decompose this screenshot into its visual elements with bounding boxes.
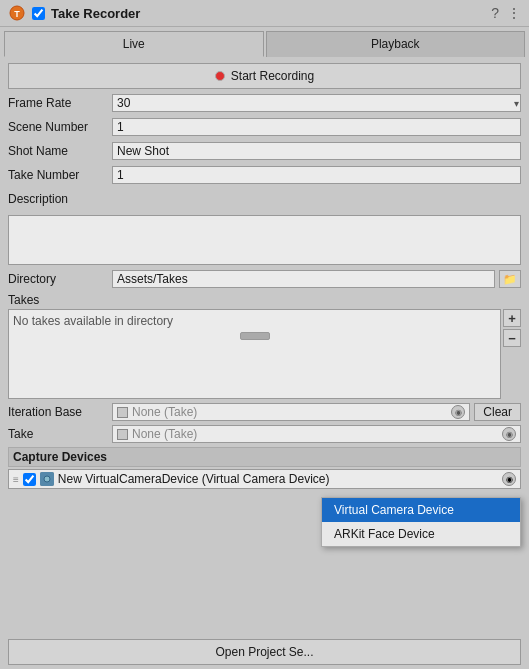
- folder-icon: 📁: [503, 273, 517, 286]
- scene-number-row: Scene Number: [8, 117, 521, 137]
- take-number-input[interactable]: [112, 166, 521, 184]
- takes-box-row: No takes available in directory + −: [8, 309, 521, 399]
- scene-number-label: Scene Number: [8, 120, 108, 134]
- take-number-row: Take Number: [8, 165, 521, 185]
- iteration-base-field: None (Take) ◉: [112, 403, 470, 421]
- help-icon[interactable]: ?: [491, 5, 499, 21]
- browse-folder-button[interactable]: 📁: [499, 270, 521, 288]
- more-icon[interactable]: ⋮: [507, 5, 521, 21]
- take-field-value: None (Take) ◉: [112, 425, 521, 443]
- iteration-base-row: Iteration Base None (Take) ◉ Clear: [8, 403, 521, 421]
- description-label: Description: [8, 192, 108, 206]
- svg-text:T: T: [14, 9, 20, 19]
- take-field-checkbox[interactable]: [117, 429, 128, 440]
- frame-rate-select[interactable]: 30 24 60: [112, 94, 521, 112]
- description-textarea[interactable]: [8, 215, 521, 265]
- tab-live[interactable]: Live: [4, 31, 264, 57]
- take-recorder-window: T Take Recorder ? ⋮ Live Playback Start …: [0, 0, 529, 669]
- record-button-label: Start Recording: [231, 69, 314, 83]
- shot-name-input[interactable]: [112, 142, 521, 160]
- iteration-base-checkbox[interactable]: [117, 407, 128, 418]
- title-bar: T Take Recorder ? ⋮: [0, 0, 529, 27]
- tab-playback[interactable]: Playback: [266, 31, 526, 57]
- device-icon: [40, 472, 54, 486]
- takes-side-buttons: + −: [503, 309, 521, 347]
- frame-rate-label: Frame Rate: [8, 96, 108, 110]
- iteration-base-label: Iteration Base: [8, 405, 108, 419]
- device-checkbox[interactable]: [23, 473, 36, 486]
- frame-rate-row: Frame Rate 30 24 60 ▾: [8, 93, 521, 113]
- shot-name-label: Shot Name: [8, 144, 108, 158]
- dropdown-item-arkit[interactable]: ARKit Face Device: [322, 522, 520, 546]
- description-label-row: Description: [8, 189, 521, 209]
- device-row: ≡ New VirtualCameraDevice (Virtual Camer…: [8, 469, 521, 489]
- title-bar-actions: ? ⋮: [491, 5, 521, 21]
- capture-devices-header: Capture Devices: [8, 447, 521, 467]
- bottom-button-bar: Open Project Se...: [0, 635, 529, 669]
- device-settings-button[interactable]: ◉: [502, 472, 516, 486]
- takes-section: Takes No takes available in directory + …: [8, 293, 521, 399]
- directory-input[interactable]: [112, 270, 495, 288]
- start-recording-button[interactable]: Start Recording: [8, 63, 521, 89]
- device-dropdown-menu: Virtual Camera Device ARKit Face Device: [321, 497, 521, 547]
- window-title: Take Recorder: [51, 6, 485, 21]
- directory-label: Directory: [8, 272, 108, 286]
- capture-devices-section: Capture Devices ≡ New VirtualCameraDevic…: [8, 447, 521, 489]
- device-name-label: New VirtualCameraDevice (Virtual Camera …: [58, 472, 498, 486]
- takes-scrollbar-thumb[interactable]: [240, 332, 270, 340]
- iteration-clear-button[interactable]: Clear: [474, 403, 521, 421]
- takes-header: Takes: [8, 293, 521, 307]
- iteration-base-value: None (Take): [132, 405, 197, 419]
- take-number-label: Take Number: [8, 168, 108, 182]
- iteration-base-picker-button[interactable]: ◉: [451, 405, 465, 419]
- camera-icon: [40, 472, 54, 486]
- take-picker-button[interactable]: ◉: [502, 427, 516, 441]
- take-field-placeholder: None (Take): [132, 427, 197, 441]
- directory-row: Directory 📁: [8, 269, 521, 289]
- svg-point-3: [44, 476, 50, 482]
- app-icon: T: [8, 4, 26, 22]
- window-icon: T: [8, 4, 26, 22]
- frame-rate-select-wrapper: 30 24 60 ▾: [112, 94, 521, 112]
- record-indicator: [215, 71, 225, 81]
- window-enable-checkbox[interactable]: [32, 7, 45, 20]
- add-take-button[interactable]: +: [503, 309, 521, 327]
- take-field-label: Take: [8, 427, 108, 441]
- takes-scrollbar-area: [13, 332, 496, 340]
- tab-bar: Live Playback: [0, 27, 529, 57]
- takes-empty-message: No takes available in directory: [13, 314, 496, 328]
- takes-list-box[interactable]: No takes available in directory: [8, 309, 501, 399]
- dropdown-item-virtual-camera[interactable]: Virtual Camera Device: [322, 498, 520, 522]
- take-field-row: Take None (Take) ◉: [8, 425, 521, 443]
- remove-take-button[interactable]: −: [503, 329, 521, 347]
- scene-number-input[interactable]: [112, 118, 521, 136]
- main-content: Start Recording Frame Rate 30 24 60 ▾ Sc…: [0, 57, 529, 635]
- shot-name-row: Shot Name: [8, 141, 521, 161]
- open-project-settings-button[interactable]: Open Project Se...: [8, 639, 521, 665]
- device-drag-handle[interactable]: ≡: [13, 474, 19, 485]
